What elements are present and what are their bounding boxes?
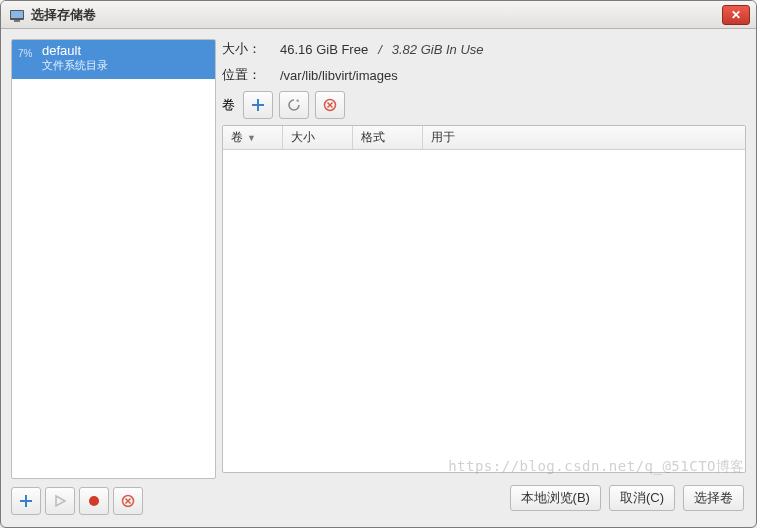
dialog-body: 7% default 文件系统目录 <box>1 29 756 527</box>
size-row: 大小： 46.16 GiB Free / 3.82 GiB In Use <box>222 39 746 59</box>
volume-toolbar: 卷 <box>222 91 746 119</box>
titlebar: 选择存储卷 ✕ <box>1 1 756 29</box>
choose-volume-button[interactable]: 选择卷 <box>683 485 744 511</box>
play-icon <box>53 494 67 508</box>
delete-icon <box>121 494 135 508</box>
pool-toolbar <box>11 485 216 517</box>
size-sep: / <box>378 42 382 57</box>
sidebar: 7% default 文件系统目录 <box>11 39 216 517</box>
pool-name: default <box>42 44 108 58</box>
plus-icon <box>19 494 33 508</box>
refresh-volumes-button[interactable] <box>279 91 309 119</box>
col-volume-format[interactable]: 格式 <box>353 126 423 149</box>
svg-rect-1 <box>11 11 23 18</box>
add-volume-button[interactable] <box>243 91 273 119</box>
record-icon <box>87 494 101 508</box>
delete-icon <box>323 98 337 112</box>
close-icon: ✕ <box>731 8 741 22</box>
volume-table-body[interactable] <box>223 150 745 472</box>
col-volume-size[interactable]: 大小 <box>283 126 353 149</box>
stop-pool-button[interactable] <box>79 487 109 515</box>
svg-point-3 <box>89 496 99 506</box>
volume-table-header: 卷 ▼ 大小 格式 用于 <box>223 126 745 150</box>
volume-toolbar-label: 卷 <box>222 96 235 114</box>
pool-item[interactable]: 7% default 文件系统目录 <box>12 40 215 79</box>
delete-pool-button[interactable] <box>113 487 143 515</box>
location-row: 位置： /var/lib/libvirt/images <box>222 65 746 85</box>
delete-volume-button[interactable] <box>315 91 345 119</box>
footer-buttons: 本地浏览(B) 取消(C) 选择卷 <box>222 479 746 517</box>
cancel-button[interactable]: 取消(C) <box>609 485 675 511</box>
browse-local-button[interactable]: 本地浏览(B) <box>510 485 601 511</box>
refresh-icon <box>287 98 301 112</box>
col-volume-usedby[interactable]: 用于 <box>423 126 745 149</box>
size-used: 3.82 GiB In Use <box>392 42 484 57</box>
main-panel: 大小： 46.16 GiB Free / 3.82 GiB In Use 位置：… <box>222 39 746 517</box>
start-pool-button[interactable] <box>45 487 75 515</box>
location-label: 位置： <box>222 66 270 84</box>
plus-icon <box>251 98 265 112</box>
pool-usage-pct: 7% <box>18 44 38 59</box>
location-value: /var/lib/libvirt/images <box>280 68 398 83</box>
window-title: 选择存储卷 <box>31 6 96 24</box>
dialog-window: 选择存储卷 ✕ 7% default 文件系统目录 <box>0 0 757 528</box>
volume-table: 卷 ▼ 大小 格式 用于 <box>222 125 746 473</box>
pool-subtitle: 文件系统目录 <box>42 58 108 73</box>
sort-indicator-icon: ▼ <box>247 133 256 143</box>
size-free: 46.16 GiB Free <box>280 42 368 57</box>
close-button[interactable]: ✕ <box>722 5 750 25</box>
pool-list[interactable]: 7% default 文件系统目录 <box>11 39 216 479</box>
app-icon <box>9 7 25 23</box>
svg-rect-2 <box>14 20 20 22</box>
size-label: 大小： <box>222 40 270 58</box>
add-pool-button[interactable] <box>11 487 41 515</box>
col-volume-name[interactable]: 卷 ▼ <box>223 126 283 149</box>
